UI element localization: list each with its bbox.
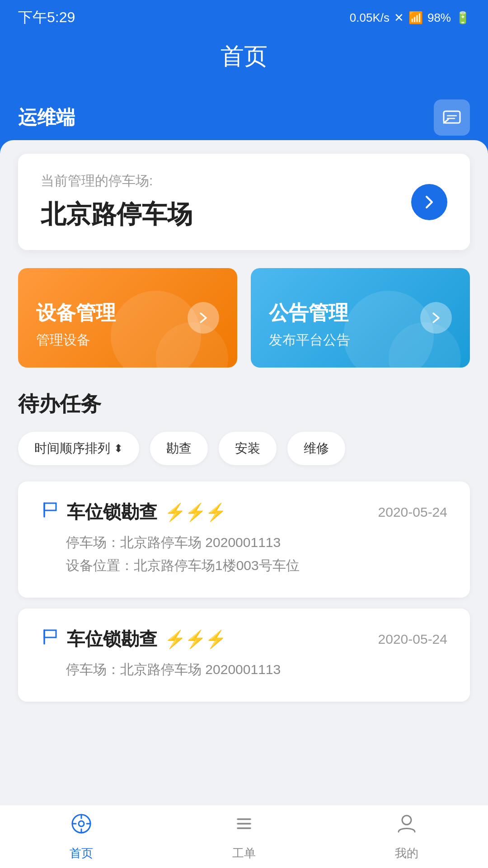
task-info-1: 停车场：北京路停车场 2020001113 设备位置：北京路停车场1楼003号车… xyxy=(41,533,447,575)
filter-tab-install[interactable]: 安装 xyxy=(219,432,277,465)
parking-arrow-button[interactable] xyxy=(411,184,447,220)
device-management-subtitle: 管理设备 xyxy=(36,331,219,349)
device-management-arrow xyxy=(188,302,219,334)
network-speed: 0.05K/s xyxy=(350,11,389,25)
task-flag-icon-1 xyxy=(41,500,60,524)
task-flag-icon-2 xyxy=(41,627,60,651)
task-card-2-title-row: 车位锁勘查 ⚡⚡⚡ xyxy=(41,627,225,651)
filter-repair-label: 维修 xyxy=(304,440,329,457)
home-icon xyxy=(70,812,93,841)
status-icons: 0.05K/s ✕ 📶 98% 🔋 xyxy=(350,11,470,25)
feature-cards: 设备管理 管理设备 公告管理 发布平台公告 xyxy=(18,268,470,368)
filter-tab-repair[interactable]: 维修 xyxy=(287,432,345,465)
nav-home-label: 首页 xyxy=(70,845,93,861)
announcement-management-card[interactable]: 公告管理 发布平台公告 xyxy=(251,268,470,368)
parking-name: 北京路停车场 xyxy=(41,198,192,232)
section-label: 运维端 xyxy=(18,105,75,130)
device-management-card[interactable]: 设备管理 管理设备 xyxy=(18,268,237,368)
bottom-nav: 首页 工单 我的 xyxy=(0,805,488,868)
pending-tasks-title: 待办任务 xyxy=(18,390,470,418)
pending-tasks-section: 待办任务 时间顺序排列 ⬍ 勘查 安装 维修 xyxy=(18,390,470,702)
svg-point-4 xyxy=(79,821,84,826)
nav-workorder[interactable]: 工单 xyxy=(163,805,325,868)
task-location-1: 设备位置：北京路停车场1楼003号车位 xyxy=(66,557,447,575)
main-content: 当前管理的停车场: 北京路停车场 设备管理 管理设备 公告管理 发布平台公告 xyxy=(0,140,488,702)
task-card-1-header: 车位锁勘查 ⚡⚡⚡ 2020-05-24 xyxy=(41,500,447,524)
task-date-1: 2020-05-24 xyxy=(378,505,447,520)
profile-icon xyxy=(395,812,418,841)
task-title-2: 车位锁勘查 xyxy=(67,627,157,651)
task-card-1-title-row: 车位锁勘查 ⚡⚡⚡ xyxy=(41,500,225,524)
status-time: 下午5:29 xyxy=(18,8,75,28)
filter-survey-label: 勘查 xyxy=(166,440,192,457)
filter-tab-time[interactable]: 时间顺序排列 ⬍ xyxy=(18,432,139,465)
filter-tab-survey[interactable]: 勘查 xyxy=(150,432,208,465)
announcement-management-arrow xyxy=(420,302,452,334)
announcement-management-subtitle: 发布平台公告 xyxy=(269,331,452,349)
sort-icon: ⬍ xyxy=(114,442,123,455)
signal-icon: ✕ xyxy=(394,11,404,25)
task-card-2[interactable]: 车位锁勘查 ⚡⚡⚡ 2020-05-24 停车场：北京路停车场 20200011… xyxy=(18,609,470,702)
filter-tabs: 时间顺序排列 ⬍ 勘查 安装 维修 xyxy=(18,432,470,465)
parking-hint: 当前管理的停车场: xyxy=(41,172,192,190)
svg-point-12 xyxy=(402,816,411,825)
filter-time-label: 时间顺序排列 xyxy=(34,440,110,457)
page-title: 首页 xyxy=(0,41,488,72)
task-parkinglot-2: 停车场：北京路停车场 2020001113 xyxy=(66,660,447,679)
workorder-icon xyxy=(232,812,256,841)
battery-icon: 🔋 xyxy=(455,11,470,25)
nav-workorder-label: 工单 xyxy=(232,845,256,861)
nav-home[interactable]: 首页 xyxy=(0,805,163,868)
task-card-1[interactable]: 车位锁勘查 ⚡⚡⚡ 2020-05-24 停车场：北京路停车场 20200011… xyxy=(18,481,470,598)
nav-profile[interactable]: 我的 xyxy=(325,805,488,868)
parking-card[interactable]: 当前管理的停车场: 北京路停车场 xyxy=(18,154,470,250)
filter-install-label: 安装 xyxy=(235,440,260,457)
task-priority-2: ⚡⚡⚡ xyxy=(164,629,225,649)
task-card-2-header: 车位锁勘查 ⚡⚡⚡ 2020-05-24 xyxy=(41,627,447,651)
chevron-right-icon xyxy=(421,194,437,210)
task-title-1: 车位锁勘查 xyxy=(67,500,157,524)
task-parkinglot-1: 停车场：北京路停车场 2020001113 xyxy=(66,533,447,552)
message-button[interactable] xyxy=(434,99,470,136)
task-info-2: 停车场：北京路停车场 2020001113 xyxy=(41,660,447,679)
battery-level: 98% xyxy=(427,11,451,25)
message-icon xyxy=(442,108,462,127)
header: 首页 xyxy=(0,32,488,99)
parking-info: 当前管理的停车场: 北京路停车场 xyxy=(41,172,192,232)
status-bar: 下午5:29 0.05K/s ✕ 📶 98% 🔋 xyxy=(0,0,488,32)
task-date-2: 2020-05-24 xyxy=(378,632,447,647)
wifi-icon: 📶 xyxy=(408,11,423,25)
arrow-right-icon xyxy=(197,311,210,324)
nav-profile-label: 我的 xyxy=(395,845,418,861)
task-priority-1: ⚡⚡⚡ xyxy=(164,502,225,522)
arrow-right-icon-2 xyxy=(430,311,442,324)
